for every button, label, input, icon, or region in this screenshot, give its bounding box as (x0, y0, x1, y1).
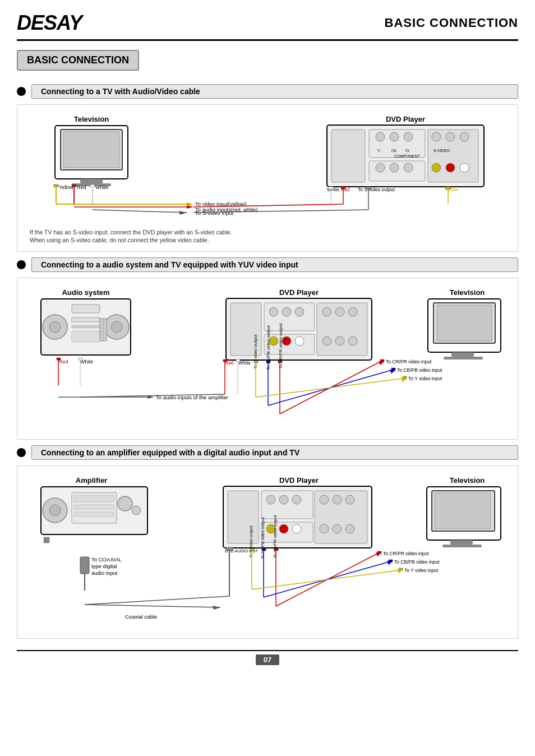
subsection1-header: Connecting to a TV with Audio/Video cabl… (17, 84, 518, 99)
svg-rect-8 (72, 185, 76, 187)
svg-point-97 (295, 336, 304, 345)
svg-rect-77 (79, 358, 82, 360)
svg-text:To Cb/PB video output: To Cb/PB video output (260, 517, 265, 559)
svg-point-41 (460, 163, 469, 172)
svg-point-160 (266, 495, 275, 504)
svg-rect-10 (90, 185, 95, 187)
svg-rect-104 (236, 359, 240, 362)
svg-point-91 (295, 307, 304, 316)
svg-rect-6 (54, 185, 58, 187)
svg-text:Cr: Cr (405, 149, 410, 153)
svg-point-98 (322, 336, 331, 345)
svg-rect-140 (75, 495, 114, 502)
svg-rect-120 (437, 305, 492, 341)
svg-text:To Y video output: To Y video output (248, 525, 253, 558)
svg-text:White: White (95, 185, 108, 190)
diagram2-svg: Audio system Red White (24, 285, 518, 431)
svg-text:To Y video input: To Y video input (404, 568, 439, 573)
svg-rect-70 (72, 325, 100, 328)
svg-rect-179 (250, 548, 254, 551)
svg-text:Coaxial cable: Coaxial cable (125, 614, 157, 620)
svg-text:Y: Y (377, 149, 380, 153)
svg-rect-188 (435, 493, 491, 529)
svg-text:Red: Red (77, 185, 86, 190)
svg-rect-54 (446, 187, 450, 189)
svg-point-31 (390, 132, 399, 141)
svg-line-21 (93, 210, 187, 213)
svg-text:Cb: Cb (391, 149, 396, 153)
page-number: 07 (256, 654, 279, 665)
diagram3: Amplifier To COAXIAL type digital audio … (17, 465, 518, 639)
svg-marker-201 (387, 561, 393, 565)
svg-text:audio input: audio input (91, 570, 118, 576)
svg-point-37 (390, 163, 399, 172)
svg-text:To CB/PB video input: To CB/PB video input (397, 367, 442, 373)
svg-point-143 (118, 496, 132, 511)
svg-text:To S-video output: To S-video output (358, 187, 395, 192)
svg-point-144 (132, 506, 141, 515)
svg-point-163 (320, 495, 329, 504)
svg-rect-26 (331, 130, 365, 182)
svg-marker-134 (401, 378, 407, 382)
svg-line-199 (252, 570, 399, 589)
svg-rect-108 (254, 361, 258, 363)
svg-text:To CB/PB video input: To CB/PB video input (394, 559, 440, 565)
svg-text:Yellow: Yellow (59, 185, 73, 190)
subsection2-label: Connecting to a audio system and TV equi… (31, 257, 518, 272)
subsection3-label: Connecting to an amplifier equipped with… (31, 445, 518, 460)
svg-point-39 (432, 163, 441, 172)
bullet-icon-3 (17, 448, 26, 457)
svg-point-94 (348, 307, 357, 316)
svg-point-96 (282, 336, 291, 345)
svg-marker-133 (390, 370, 395, 374)
svg-point-36 (376, 163, 385, 172)
svg-point-99 (335, 336, 344, 345)
svg-text:Amplifier: Amplifier (76, 476, 107, 485)
svg-point-100 (348, 336, 357, 345)
svg-point-165 (345, 495, 354, 504)
svg-rect-52 (341, 187, 345, 189)
svg-rect-146 (80, 557, 89, 574)
svg-marker-18 (187, 205, 193, 209)
svg-text:To CR/PR video input: To CR/PR video input (383, 551, 429, 556)
svg-rect-189 (450, 540, 473, 545)
svg-point-34 (446, 132, 455, 141)
svg-text:type digital: type digital (91, 563, 117, 569)
svg-text:White: White (238, 360, 251, 366)
svg-text:DVD Player: DVD Player (279, 476, 319, 485)
svg-point-38 (404, 163, 413, 172)
brand-logo: DESAY (17, 11, 82, 35)
svg-rect-173 (226, 547, 233, 551)
diagram1: Television Yellow Red White (17, 104, 518, 252)
svg-point-164 (333, 495, 342, 504)
svg-marker-22 (179, 211, 187, 215)
svg-text:To Y video input: To Y video input (408, 376, 442, 381)
svg-text:Television: Television (74, 115, 109, 123)
svg-point-67 (111, 321, 122, 333)
svg-text:DVD Player: DVD Player (279, 288, 319, 297)
svg-marker-132 (379, 361, 384, 365)
svg-point-40 (446, 163, 455, 172)
bullet-icon-2 (17, 260, 26, 269)
svg-rect-145 (44, 537, 49, 543)
subsection2-header: Connecting to a audio system and TV equi… (17, 257, 518, 272)
svg-text:S-VIDEO: S-VIDEO (433, 149, 450, 153)
svg-point-170 (333, 524, 342, 533)
svg-point-161 (279, 495, 288, 504)
svg-rect-3 (63, 132, 119, 168)
svg-rect-190 (442, 545, 482, 547)
svg-point-168 (292, 524, 301, 533)
svg-rect-69 (72, 317, 100, 322)
svg-rect-86 (264, 303, 315, 331)
svg-text:DVD Player: DVD Player (386, 115, 425, 123)
svg-line-151 (85, 605, 220, 607)
subsection3-header: Connecting to an amplifier equipped with… (17, 445, 518, 460)
svg-rect-51 (329, 187, 333, 189)
svg-rect-110 (278, 361, 282, 363)
svg-rect-124 (391, 368, 395, 370)
svg-point-33 (432, 132, 441, 141)
svg-line-131 (256, 379, 403, 397)
svg-rect-122 (444, 357, 483, 359)
svg-point-93 (335, 307, 344, 316)
page: DESAY BASIC CONNECTION BASIC CONNECTION … (0, 0, 535, 756)
